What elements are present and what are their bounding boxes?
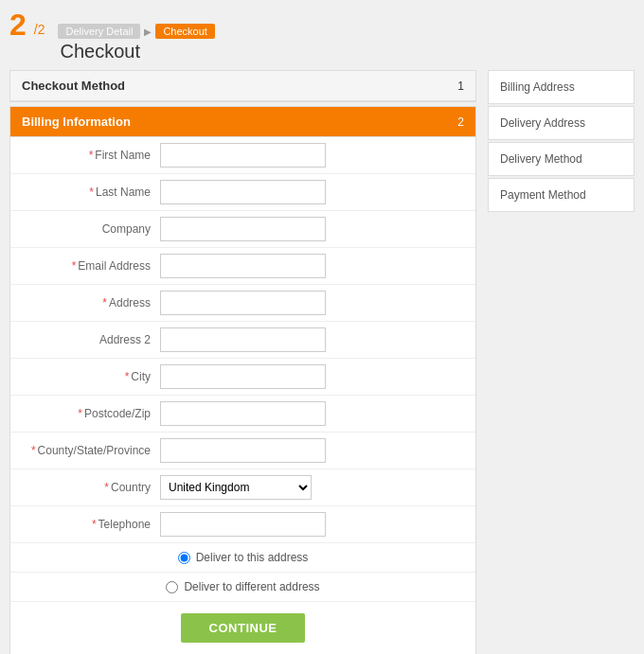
page-wrapper: 2 /2 Delivery Detail ▶ Checkout Checkout… — [0, 0, 644, 654]
input-email[interactable] — [160, 254, 326, 278]
radio-row-same: Deliver to this address — [10, 543, 475, 573]
label-email: *Email Address — [18, 259, 160, 273]
input-address2[interactable] — [160, 327, 326, 352]
label-country: *Country — [18, 481, 160, 494]
breadcrumb-checkout[interactable]: Checkout — [155, 24, 214, 39]
label-state: *County/State/Province — [18, 444, 160, 457]
form-row-postcode: *Postcode/Zip — [10, 396, 475, 433]
form-row-country: *Country United Kingdom United States Fr… — [10, 469, 475, 506]
input-telephone[interactable] — [160, 512, 326, 537]
input-city[interactable] — [160, 364, 326, 389]
select-country[interactable]: United Kingdom United States France Germ… — [160, 475, 312, 500]
checkout-method-title: Checkout Method — [22, 79, 125, 93]
label-last-name: *Last Name — [18, 186, 160, 199]
title-row: 2 /2 Delivery Detail ▶ Checkout Checkout — [9, 9, 635, 62]
form-row-first-name: *First Name — [10, 137, 475, 174]
billing-info-num: 2 — [457, 115, 464, 129]
input-postcode[interactable] — [160, 401, 326, 426]
form-row-company: Company — [10, 211, 475, 248]
billing-info-title: Billing Information — [22, 115, 131, 129]
checkout-method-num: 1 — [457, 80, 464, 93]
label-telephone: *Telephone — [18, 518, 160, 531]
label-address: *Address — [18, 296, 160, 309]
label-address2: Address 2 — [18, 333, 160, 346]
billing-info-section: Billing Information 2 *First Name *Last … — [9, 106, 476, 654]
billing-info-header[interactable]: Billing Information 2 — [10, 107, 475, 137]
form-row-state: *County/State/Province — [10, 433, 475, 469]
input-first-name[interactable] — [160, 143, 326, 168]
main-layout: Checkout Method 1 Billing Information 2 … — [9, 70, 635, 654]
form-row-telephone: *Telephone — [10, 506, 475, 543]
right-panel-billing[interactable]: Billing Address — [488, 70, 635, 104]
right-panel-payment[interactable]: Payment Method — [488, 178, 635, 212]
billing-form: *First Name *Last Name Company — [10, 137, 475, 654]
breadcrumb-arrow: ▶ — [144, 27, 152, 37]
form-row-address2: Address 2 — [10, 322, 475, 359]
right-panel: Billing Address Delivery Address Deliver… — [488, 70, 635, 654]
form-row-address: *Address — [10, 285, 475, 322]
continue-button[interactable]: CONTINUE — [181, 613, 306, 643]
form-row-city: *City — [10, 359, 475, 396]
form-row-email: *Email Address — [10, 248, 475, 285]
input-company[interactable] — [160, 217, 326, 241]
label-company: Company — [18, 222, 160, 236]
step-number: 2 — [9, 9, 27, 40]
page-title: Checkout — [60, 41, 214, 62]
label-first-name: *First Name — [18, 149, 160, 162]
right-panel-delivery-method[interactable]: Delivery Method — [488, 142, 635, 176]
label-postcode: *Postcode/Zip — [18, 407, 160, 420]
left-panel: Checkout Method 1 Billing Information 2 … — [9, 70, 476, 654]
label-deliver-diff: Deliver to different address — [184, 580, 319, 593]
input-address[interactable] — [160, 291, 326, 315]
right-panel-delivery-address[interactable]: Delivery Address — [488, 106, 635, 140]
breadcrumb-delivery[interactable]: Delivery Detail — [58, 24, 140, 39]
continue-row: CONTINUE — [10, 602, 475, 654]
radio-row-diff: Deliver to different address — [10, 573, 475, 602]
label-deliver-same: Deliver to this address — [196, 551, 309, 564]
form-row-last-name: *Last Name — [10, 174, 475, 211]
radio-deliver-same[interactable] — [178, 552, 190, 564]
breadcrumbs: Delivery Detail ▶ Checkout — [58, 24, 214, 39]
input-last-name[interactable] — [160, 180, 326, 204]
checkout-method-section: Checkout Method 1 — [9, 70, 476, 102]
label-city: *City — [18, 370, 160, 383]
radio-deliver-diff[interactable] — [166, 581, 178, 593]
checkout-method-header[interactable]: Checkout Method 1 — [10, 71, 475, 101]
step-total: /2 — [34, 23, 45, 40]
input-state[interactable] — [160, 438, 326, 463]
